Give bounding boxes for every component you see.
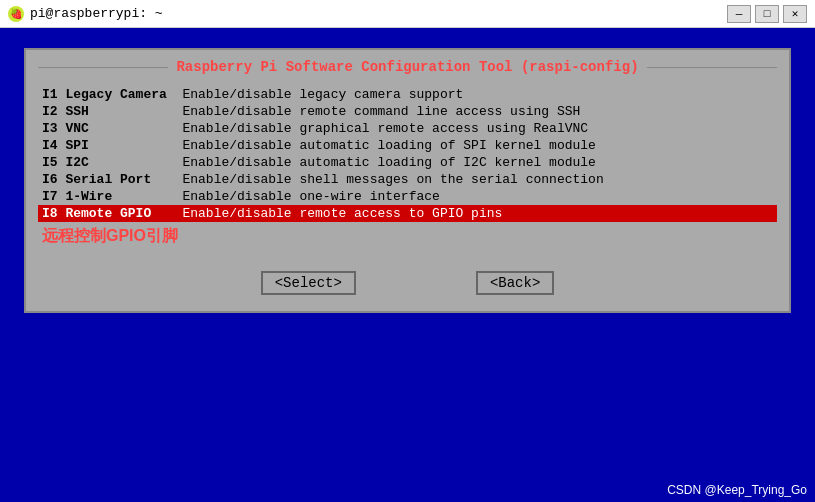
menu-item-desc: Enable/disable legacy camera support [182,87,773,102]
menu-item-desc: Enable/disable one-wire interface [182,189,773,204]
menu-item-i7-1-wire[interactable]: I7 1-Wire Enable/disable one-wire interf… [38,188,777,205]
menu-item-id: I1 Legacy Camera [42,87,182,102]
menu-item-desc: Enable/disable remote access to GPIO pin… [182,206,773,221]
menu-item-i5-i2c[interactable]: I5 I2C Enable/disable automatic loading … [38,154,777,171]
menu-item-i2-ssh[interactable]: I2 SSH Enable/disable remote command lin… [38,103,777,120]
window-icon: 🍓 [8,6,24,22]
title-bar-controls: — □ ✕ [727,5,807,23]
menu-item-id: I4 SPI [42,138,182,153]
dialog-title: Raspberry Pi Software Configuration Tool… [168,59,646,75]
menu-item-desc: Enable/disable graphical remote access u… [182,121,773,136]
menu-item-i1-legacy-camera[interactable]: I1 Legacy Camera Enable/disable legacy c… [38,86,777,103]
window: 🍓 pi@raspberrypi: ~ — □ ✕ Raspberry Pi S… [0,0,815,502]
minimize-button[interactable]: — [727,5,751,23]
menu-list: I1 Legacy Camera Enable/disable legacy c… [38,86,777,222]
raspi-config-dialog: Raspberry Pi Software Configuration Tool… [24,48,791,313]
menu-item-desc: Enable/disable automatic loading of SPI … [182,138,773,153]
menu-item-desc: Enable/disable automatic loading of I2C … [182,155,773,170]
menu-item-id: I3 VNC [42,121,182,136]
terminal-area: Raspberry Pi Software Configuration Tool… [0,28,815,333]
menu-item-id: I7 1-Wire [42,189,182,204]
maximize-button[interactable]: □ [755,5,779,23]
chinese-annotation: 远程控制GPIO引脚 [42,226,777,247]
title-bar-left: 🍓 pi@raspberrypi: ~ [8,6,163,22]
menu-item-id: I2 SSH [42,104,182,119]
menu-item-id: I6 Serial Port [42,172,182,187]
menu-item-i3-vnc[interactable]: I3 VNC Enable/disable graphical remote a… [38,120,777,137]
dialog-buttons: <Select> <Back> [38,271,777,295]
title-bar: 🍓 pi@raspberrypi: ~ — □ ✕ [0,0,815,28]
menu-item-desc: Enable/disable remote command line acces… [182,104,773,119]
select-button[interactable]: <Select> [261,271,356,295]
back-button[interactable]: <Back> [476,271,554,295]
dialog-title-bar: Raspberry Pi Software Configuration Tool… [38,58,777,76]
bottom-bar: CSDN @Keep_Trying_Go [0,478,815,502]
window-title: pi@raspberrypi: ~ [30,6,163,21]
close-button[interactable]: ✕ [783,5,807,23]
watermark: CSDN @Keep_Trying_Go [667,483,807,497]
menu-item-id: I5 I2C [42,155,182,170]
menu-item-id: I8 Remote GPIO [42,206,182,221]
menu-item-i8-remote-gpio[interactable]: I8 Remote GPIO Enable/disable remote acc… [38,205,777,222]
menu-item-i4-spi[interactable]: I4 SPI Enable/disable automatic loading … [38,137,777,154]
menu-item-desc: Enable/disable shell messages on the ser… [182,172,773,187]
menu-item-i6-serial-port[interactable]: I6 Serial Port Enable/disable shell mess… [38,171,777,188]
